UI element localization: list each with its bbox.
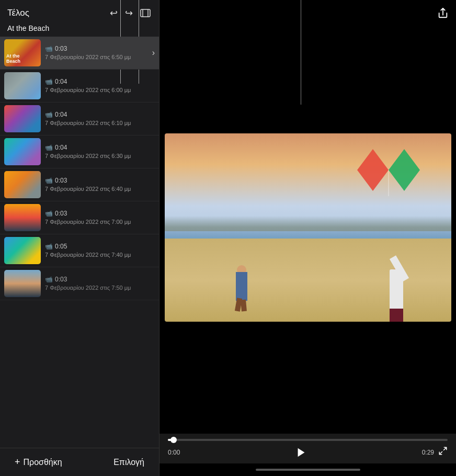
camera-icon: 📹 — [45, 210, 53, 217]
video-date: 7 Φεβρουαρίου 2022 στις 6:50 μμ — [45, 53, 148, 61]
bottom-bar: + Προσθήκη Επιλογή — [0, 448, 159, 476]
camera-icon: 📹 — [45, 177, 53, 184]
video-duration: 0:04 — [55, 78, 67, 85]
video-info: 📹 0:04 7 Φεβρουαρίου 2022 στις 6:00 μμ — [41, 78, 155, 94]
video-thumbnail — [4, 72, 41, 99]
video-thumbnail — [4, 138, 41, 165]
camera-icon: 📹 — [45, 111, 53, 118]
list-item[interactable]: At theBeach 📹 0:03 7 Φεβρουαρίου 2022 στ… — [0, 37, 159, 70]
svg-marker-5 — [389, 149, 420, 191]
list-item[interactable]: 📹 0:04 7 Φεβρουαρίου 2022 στις 6:10 μμ — [0, 103, 159, 135]
video-date: 7 Φεβρουαρίου 2022 στις 7:00 μμ — [45, 218, 151, 225]
video-container — [165, 133, 451, 322]
video-info: 📹 0:03 7 Φεβρουαρίου 2022 στις 7:50 μμ — [41, 276, 155, 291]
svg-marker-3 — [357, 149, 389, 191]
left-panel: Τέλος ↩ ↪ At the Beach At theBea — [0, 0, 159, 476]
list-item[interactable]: 📹 0:05 7 Φεβρουαρίου 2022 στις 7:40 μμ — [0, 234, 159, 267]
camera-icon: 📹 — [45, 45, 53, 52]
list-item[interactable]: 📹 0:04 7 Φεβρουαρίου 2022 στις 6:30 μμ — [0, 135, 159, 168]
svg-rect-2 — [147, 9, 149, 17]
video-scene — [165, 133, 451, 322]
redo-button[interactable]: ↪ — [124, 6, 134, 20]
list-item[interactable]: 📹 0:04 7 Φεβρουαρίου 2022 στις 6:00 μμ — [0, 70, 159, 103]
video-date: 7 Φεβρουαρίου 2022 στις 7:40 μμ — [45, 251, 151, 258]
panel-header: Τέλος ↩ ↪ — [0, 0, 159, 23]
video-meta-row: 📹 0:03 — [45, 45, 148, 52]
album-title: At the Beach — [0, 23, 159, 37]
video-thumbnail — [4, 105, 41, 132]
video-date: 7 Φεβρουαρίου 2022 στις 6:40 μμ — [45, 185, 151, 192]
person-left — [233, 259, 251, 311]
video-thumbnail — [4, 237, 41, 264]
video-meta-row: 📹 0:05 — [45, 243, 151, 250]
video-meta-row: 📹 0:03 — [45, 177, 151, 184]
video-preview-area — [159, 0, 456, 434]
camera-icon: 📹 — [45, 243, 53, 250]
done-button[interactable]: Τέλος — [7, 8, 29, 18]
undo-button[interactable]: ↩ — [109, 6, 119, 20]
time-display: 0:00 — [168, 449, 180, 456]
header-actions: ↩ ↪ — [109, 6, 152, 20]
video-meta-row: 📹 0:03 — [45, 276, 151, 283]
video-controls: 0:00 0:29 — [159, 434, 456, 463]
video-meta-row: 📹 0:04 — [45, 111, 151, 118]
add-button[interactable]: + Προσθήκη — [10, 455, 66, 470]
video-duration: 0:04 — [55, 144, 67, 151]
camera-icon: 📹 — [45, 276, 53, 283]
list-item[interactable]: 📹 0:03 7 Φεβρουαρίου 2022 στις 6:40 μμ — [0, 168, 159, 201]
video-thumbnail — [4, 171, 41, 198]
video-info: 📹 0:04 7 Φεβρουαρίου 2022 στις 6:30 μμ — [41, 144, 155, 160]
right-vertical-line — [301, 0, 301, 105]
video-info: 📹 0:05 7 Φεβρουαρίου 2022 στις 7:40 μμ — [41, 243, 155, 258]
current-time: 0:00 — [168, 449, 180, 456]
video-duration: 0:03 — [55, 276, 67, 283]
person-right-pants — [390, 309, 403, 322]
select-button[interactable]: Επιλογή — [109, 456, 149, 469]
video-duration: 0:03 — [55, 210, 67, 217]
progress-bar-container[interactable] — [168, 439, 448, 441]
video-info: 📹 0:03 7 Φεβρουαρίου 2022 στις 7:00 μμ — [41, 210, 155, 225]
list-item[interactable]: 📹 0:03 7 Φεβρουαρίου 2022 στις 7:50 μμ — [0, 267, 159, 300]
person-left-torso — [236, 272, 247, 301]
video-list[interactable]: At theBeach 📹 0:03 7 Φεβρουαρίου 2022 στ… — [0, 37, 159, 448]
scroll-bar — [256, 469, 360, 471]
controls-row: 0:00 0:29 — [168, 446, 448, 458]
total-time-display: 0:29 — [422, 446, 448, 458]
selected-indicator: › — [152, 48, 155, 58]
camera-icon: 📹 — [45, 78, 53, 85]
progress-dot — [170, 437, 177, 443]
video-duration: 0:03 — [55, 177, 67, 184]
video-info: 📹 0:03 7 Φεβρουαρίου 2022 στις 6:50 μμ — [41, 45, 152, 61]
video-meta-row: 📹 0:03 — [45, 210, 151, 217]
video-date: 7 Φεβρουαρίου 2022 στις 6:10 μμ — [45, 119, 151, 127]
person-right — [383, 228, 409, 322]
video-thumbnail — [4, 270, 41, 297]
video-info: 📹 0:03 7 Φεβρουαρίου 2022 στις 6:40 μμ — [41, 177, 155, 192]
person-left-leg2 — [241, 299, 247, 311]
video-date: 7 Φεβρουαρίου 2022 στις 6:30 μμ — [45, 152, 151, 160]
video-info: 📹 0:04 7 Φεβρουαρίου 2022 στις 6:10 μμ — [41, 111, 155, 127]
total-time: 0:29 — [422, 449, 434, 456]
video-date: 7 Φεβρουαρίου 2022 στις 6:00 μμ — [45, 86, 151, 94]
clip-button[interactable] — [139, 8, 152, 18]
video-thumbnail: At theBeach — [4, 39, 41, 66]
kite-svg — [357, 149, 420, 196]
svg-marker-8 — [298, 448, 304, 457]
video-duration: 0:03 — [55, 45, 67, 52]
play-button[interactable] — [295, 447, 307, 458]
svg-rect-1 — [142, 9, 143, 17]
list-item[interactable]: 📹 0:03 7 Φεβρουαρίου 2022 στις 7:00 μμ — [0, 201, 159, 234]
video-duration: 0:04 — [55, 111, 67, 118]
camera-icon: 📹 — [45, 144, 53, 151]
select-label: Επιλογή — [113, 458, 144, 467]
share-button[interactable] — [437, 7, 449, 21]
video-meta-row: 📹 0:04 — [45, 78, 151, 85]
video-meta-row: 📹 0:04 — [45, 144, 151, 151]
video-thumbnail — [4, 204, 41, 231]
add-label: Προσθήκη — [24, 458, 62, 467]
plus-icon: + — [15, 457, 20, 468]
svg-rect-0 — [141, 9, 150, 17]
main-layout: Τέλος ↩ ↪ At the Beach At theBea — [0, 0, 456, 476]
video-duration: 0:05 — [55, 243, 67, 250]
fullscreen-button[interactable] — [438, 446, 448, 458]
